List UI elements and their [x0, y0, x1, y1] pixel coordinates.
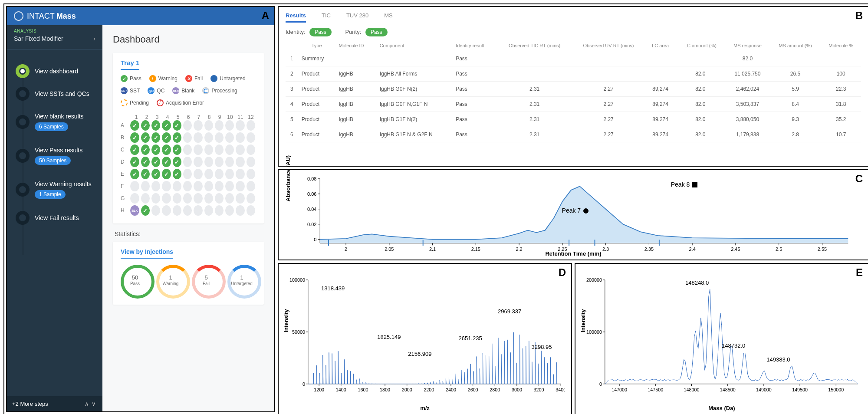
well-D4[interactable] [162, 157, 171, 167]
well-G5[interactable] [173, 193, 181, 204]
well-F11[interactable] [236, 181, 244, 191]
well-E2[interactable] [141, 169, 150, 179]
well-G9[interactable] [215, 193, 224, 204]
chevron-up-icon[interactable]: ∧ [85, 401, 89, 407]
well-A12[interactable] [247, 120, 255, 131]
well-E11[interactable] [236, 169, 244, 179]
well-H5[interactable] [173, 205, 181, 216]
well-C1[interactable] [130, 145, 139, 155]
table-row[interactable]: 3ProductIggHBIggHB G0F N(2)Pass2.312.278… [286, 82, 861, 97]
well-A4[interactable] [162, 120, 171, 131]
well-C6[interactable] [183, 145, 192, 155]
well-A1[interactable] [130, 120, 139, 131]
sidebar-item-5[interactable]: View Fail results [7, 207, 102, 229]
well-B12[interactable] [247, 132, 255, 143]
well-B11[interactable] [236, 132, 244, 143]
well-B3[interactable] [151, 132, 160, 143]
well-E8[interactable] [204, 169, 213, 179]
well-F7[interactable] [194, 181, 202, 191]
well-B9[interactable] [215, 132, 224, 143]
view-by-injections-tab[interactable]: View by Injections [121, 248, 173, 259]
analysis-picker[interactable]: Sar Fixed Modifier › [7, 33, 102, 49]
well-H11[interactable] [236, 205, 244, 216]
well-D6[interactable] [183, 157, 192, 167]
well-F2[interactable] [141, 181, 150, 191]
well-E12[interactable] [247, 169, 255, 179]
well-C4[interactable] [162, 145, 171, 155]
table-row[interactable]: 2ProductIggHBIggHB All FormsPass82.011,0… [286, 66, 861, 82]
table-row[interactable]: 4ProductIggHBIggHB G0F N,G1F NPass2.312.… [286, 97, 861, 112]
well-H9[interactable] [215, 205, 224, 216]
well-F3[interactable] [151, 181, 160, 191]
well-B1[interactable] [130, 132, 139, 143]
sidebar-item-4[interactable]: View Warning results1 Sample [7, 173, 102, 207]
well-D11[interactable] [236, 157, 244, 167]
sidebar-item-0[interactable]: View dashboard [7, 60, 102, 82]
well-F1[interactable] [130, 181, 139, 191]
well-H2[interactable] [141, 205, 150, 216]
well-C5[interactable] [173, 145, 181, 155]
well-D5[interactable] [173, 157, 181, 167]
tab-results[interactable]: Results [286, 12, 306, 23]
tab-tuv280[interactable]: TUV 280 [346, 12, 368, 23]
well-A2[interactable] [141, 120, 150, 131]
stat-unt[interactable]: 1Untargeted [227, 265, 256, 299]
well-B5[interactable] [173, 132, 181, 143]
well-H12[interactable] [247, 205, 255, 216]
well-A9[interactable] [215, 120, 224, 131]
well-H8[interactable] [204, 205, 213, 216]
sidebar-item-2[interactable]: View blank results6 Samples [7, 105, 102, 139]
more-steps-row[interactable]: +2 More steps ∧∨ [7, 396, 102, 411]
table-row[interactable]: 5ProductIggHBIggHB G1F N(2)Pass2.312.278… [286, 112, 861, 127]
table-row[interactable]: 6ProductIggHBIggHB G1F N & G2F NPass2.31… [286, 127, 861, 142]
stat-pass[interactable]: 50Pass [121, 265, 149, 299]
well-C11[interactable] [236, 145, 244, 155]
well-C7[interactable] [194, 145, 202, 155]
well-E6[interactable] [183, 169, 192, 179]
well-H10[interactable] [225, 205, 234, 216]
well-C10[interactable] [225, 145, 234, 155]
well-E4[interactable] [162, 169, 171, 179]
well-C12[interactable] [247, 145, 255, 155]
chevron-down-icon[interactable]: ∨ [92, 401, 96, 407]
well-A6[interactable] [183, 120, 192, 131]
well-H1[interactable]: BLK [130, 205, 139, 216]
well-A7[interactable] [194, 120, 202, 131]
well-E7[interactable] [194, 169, 202, 179]
well-E3[interactable] [151, 169, 160, 179]
well-F8[interactable] [204, 181, 213, 191]
well-G4[interactable] [162, 193, 171, 204]
well-B10[interactable] [225, 132, 234, 143]
well-B7[interactable] [194, 132, 202, 143]
tray-title[interactable]: Tray 1 [121, 59, 139, 70]
stat-warn[interactable]: 1Warning [156, 265, 185, 299]
well-A10[interactable] [225, 120, 234, 131]
well-C3[interactable] [151, 145, 160, 155]
well-A11[interactable] [236, 120, 244, 131]
well-F5[interactable] [173, 181, 181, 191]
stat-fail[interactable]: 5Fail [192, 265, 220, 299]
well-C2[interactable] [141, 145, 150, 155]
well-E9[interactable] [215, 169, 224, 179]
well-D2[interactable] [141, 157, 150, 167]
well-A8[interactable] [204, 120, 213, 131]
well-H6[interactable] [183, 205, 192, 216]
well-H7[interactable] [194, 205, 202, 216]
well-H3[interactable] [151, 205, 160, 216]
sidebar-item-3[interactable]: View Pass results50 Samples [7, 139, 102, 173]
well-F6[interactable] [183, 181, 192, 191]
well-G1[interactable] [130, 193, 139, 204]
well-D10[interactable] [225, 157, 234, 167]
table-row[interactable]: 1SummaryPass82.0 [286, 51, 861, 66]
well-G3[interactable] [151, 193, 160, 204]
tab-ms[interactable]: MS [384, 12, 393, 23]
well-G10[interactable] [225, 193, 234, 204]
well-E1[interactable] [130, 169, 139, 179]
well-F4[interactable] [162, 181, 171, 191]
well-C8[interactable] [204, 145, 213, 155]
well-E5[interactable] [173, 169, 181, 179]
well-G12[interactable] [247, 193, 255, 204]
well-B4[interactable] [162, 132, 171, 143]
well-D12[interactable] [247, 157, 255, 167]
well-F9[interactable] [215, 181, 224, 191]
